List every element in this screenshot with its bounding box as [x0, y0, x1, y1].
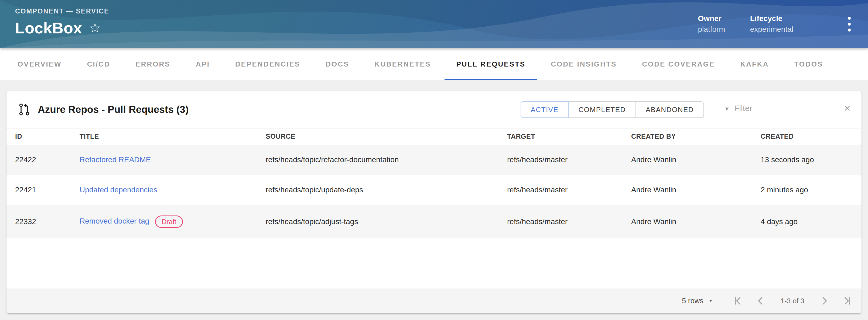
tab-pull-requests[interactable]: PULL REQUESTS — [443, 48, 538, 80]
card-title-block: Azure Repos - Pull Requests (3) — [17, 103, 189, 117]
table-row: 22421 Updated dependencies refs/heads/to… — [6, 175, 862, 205]
lifecycle-value: experimental — [750, 25, 793, 34]
pager: 1-3 of 3 — [733, 296, 852, 306]
pr-title-link[interactable]: Updated dependencies — [80, 186, 157, 194]
pr-created: 2 minutes ago — [761, 175, 862, 205]
header-metadata: Owner platform Lifecycle experimental — [698, 14, 856, 34]
next-page-button[interactable] — [819, 296, 829, 306]
owner-label: Owner — [698, 14, 725, 23]
draft-badge: Draft — [155, 215, 183, 228]
tab-docs[interactable]: DOCS — [313, 48, 362, 80]
pull-request-icon — [17, 103, 31, 117]
pr-created-by: Andre Wanlin — [631, 205, 761, 238]
pr-title-link[interactable]: Removed docker tag — [80, 217, 149, 225]
pr-created-by: Andre Wanlin — [631, 175, 761, 205]
header-title-block: COMPONENT — SERVICE LockBox ☆ — [15, 11, 109, 37]
pr-id: 22421 — [6, 175, 80, 205]
tab-code-coverage[interactable]: CODE COVERAGE — [629, 48, 727, 80]
table-filter — [723, 102, 852, 117]
status-filter-group: ACTIVE COMPLETED ABANDONED — [521, 101, 704, 118]
last-page-icon — [843, 296, 852, 306]
tab-kafka[interactable]: KAFKA — [727, 48, 781, 80]
column-header-title: TITLE — [80, 129, 266, 145]
first-page-icon — [733, 296, 742, 306]
chevron-down-icon — [708, 298, 714, 304]
card-controls: ACTIVE COMPLETED ABANDONED — [521, 101, 852, 118]
chevron-left-icon — [756, 296, 766, 306]
tab-ci-cd[interactable]: CI/CD — [74, 48, 123, 80]
pull-requests-card: Azure Repos - Pull Requests (3) ACTIVE C… — [6, 91, 862, 313]
tab-api[interactable]: API — [183, 48, 222, 80]
column-header-source: SOURCE — [266, 129, 507, 145]
filter-active-button[interactable]: ACTIVE — [521, 101, 569, 118]
owner-value: platform — [698, 25, 725, 34]
card-title: Azure Repos - Pull Requests (3) — [38, 104, 189, 115]
pull-requests-table: ID TITLE SOURCE TARGET CREATED BY CREATE… — [6, 128, 862, 238]
entity-tabbar: OVERVIEW CI/CD ERRORS API DEPENDENCIES D… — [0, 48, 868, 80]
table-row: 22422 Refactored README refs/heads/topic… — [6, 145, 862, 175]
pr-target: refs/heads/master — [507, 205, 631, 238]
tab-todos[interactable]: TODOS — [781, 48, 836, 80]
entity-header: COMPONENT — SERVICE LockBox ☆ Owner plat… — [0, 0, 868, 48]
table-empty-space — [6, 238, 862, 289]
column-header-created-by: CREATED BY — [631, 129, 761, 145]
lifecycle-block: Lifecycle experimental — [750, 14, 793, 34]
favorite-star-icon[interactable]: ☆ — [89, 22, 101, 34]
table-pagination-footer: 5 rows 1-3 — [6, 288, 862, 313]
rows-per-page-select[interactable]: 5 rows — [682, 297, 714, 305]
pr-id: 22422 — [6, 145, 80, 175]
rows-per-page-value: 5 rows — [682, 297, 704, 305]
tab-dependencies[interactable]: DEPENDENCIES — [222, 48, 313, 80]
more-options-kebab-icon[interactable] — [845, 14, 854, 34]
tab-code-insights[interactable]: CODE INSIGHTS — [538, 48, 629, 80]
pr-id: 22332 — [6, 205, 80, 238]
pr-target: refs/heads/master — [507, 145, 631, 175]
tab-overview[interactable]: OVERVIEW — [5, 48, 74, 80]
clear-filter-icon[interactable] — [843, 104, 851, 112]
column-header-created: CREATED — [761, 129, 862, 145]
entity-kind-breadcrumb: COMPONENT — SERVICE — [15, 7, 109, 15]
previous-page-button[interactable] — [756, 296, 766, 306]
tab-errors[interactable]: ERRORS — [123, 48, 183, 80]
pr-created: 4 days ago — [761, 205, 862, 238]
lifecycle-label: Lifecycle — [750, 14, 793, 23]
column-header-id: ID — [6, 129, 80, 145]
pr-created-by: Andre Wanlin — [631, 145, 761, 175]
app-root: COMPONENT — SERVICE LockBox ☆ Owner plat… — [0, 0, 868, 320]
pr-source: refs/heads/topic/refactor-documentation — [266, 145, 507, 175]
filter-input[interactable] — [734, 104, 838, 113]
filter-abandoned-button[interactable]: ABANDONED — [636, 101, 704, 118]
page-title: LockBox — [15, 19, 82, 37]
chevron-right-icon — [819, 296, 829, 306]
pr-source: refs/heads/topic/adjust-tags — [266, 205, 507, 238]
table-row: 22332 Removed docker tagDraft refs/heads… — [6, 205, 862, 238]
table-header: ID TITLE SOURCE TARGET CREATED BY CREATE… — [6, 129, 862, 145]
pr-target: refs/heads/master — [507, 175, 631, 205]
filter-completed-button[interactable]: COMPLETED — [568, 101, 636, 118]
last-page-button[interactable] — [843, 296, 852, 306]
pr-created: 13 seconds ago — [761, 145, 862, 175]
column-header-target: TARGET — [507, 129, 631, 145]
pr-title-link[interactable]: Refactored README — [80, 155, 151, 164]
filter-list-icon — [724, 104, 730, 113]
content-area: Azure Repos - Pull Requests (3) ACTIVE C… — [0, 80, 868, 320]
pagination-range: 1-3 of 3 — [779, 297, 806, 305]
first-page-button[interactable] — [733, 296, 742, 306]
owner-block: Owner platform — [698, 14, 725, 34]
pr-source: refs/heads/topic/update-deps — [266, 175, 507, 205]
tab-kubernetes[interactable]: KUBERNETES — [362, 48, 443, 80]
card-header: Azure Repos - Pull Requests (3) ACTIVE C… — [6, 91, 862, 128]
